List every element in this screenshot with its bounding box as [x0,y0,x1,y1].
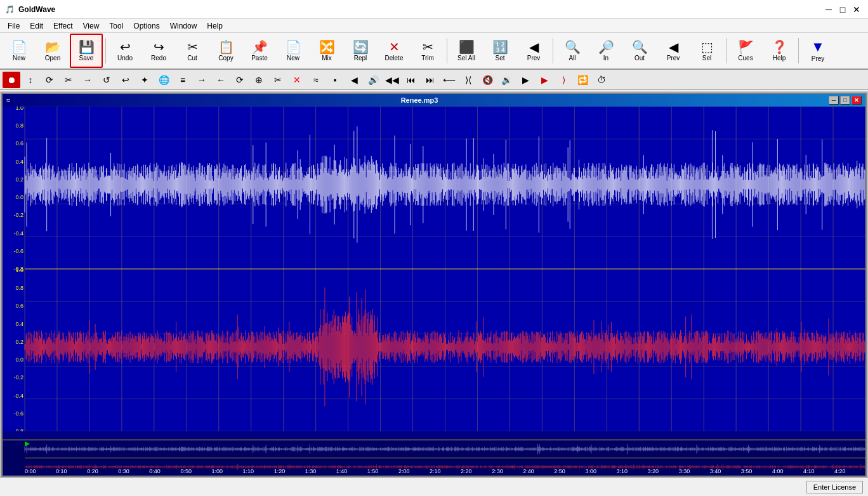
new2-button[interactable]: 📄 New [277,34,310,68]
copy-icon: 📋 [218,41,234,53]
set-button[interactable]: 🔢 Set [483,34,516,68]
tb2-btn20[interactable]: 🔊 [364,72,382,88]
audio-close-btn[interactable]: ✕ [852,96,862,105]
delete-icon: ✕ [389,41,400,53]
delete-label: Delete [385,55,404,62]
title-bar: 🎵 GoldWave ─ □ ✕ [0,0,868,19]
title-bar-left: 🎵 GoldWave [5,5,55,14]
tb2-btn10[interactable]: ≡ [174,72,192,88]
menu-window[interactable]: Window [165,20,202,32]
tb2-btn17[interactable]: ≈ [307,72,325,88]
overview-time-label: 1:20 [274,468,305,474]
trim-button[interactable]: ✂ Trim [411,34,444,68]
tb2-btn26[interactable]: 🔇 [478,72,496,88]
prey-icon: ▼ [811,40,825,54]
tb2-btn31[interactable]: 🔁 [574,72,591,88]
tb2-btn22[interactable]: ⏮ [402,72,420,88]
zoom-out-button[interactable]: 🔍 Out [623,34,656,68]
sel2-label: Sel [702,55,711,62]
prev2-button[interactable]: ◀ Prev [657,34,690,68]
tb2-btn8[interactable]: ✦ [136,72,154,88]
tb2-btn27[interactable]: 🔉 [497,72,515,88]
menu-view[interactable]: View [78,20,105,32]
menu-edit[interactable]: Edit [25,20,48,32]
repl-button[interactable]: 🔄 Repl [344,34,377,68]
overview-time-label: 3:50 [741,468,772,474]
save-icon: 💾 [79,41,95,53]
close-button[interactable]: ✕ [850,3,863,16]
tb2-btn24[interactable]: ⟵ [440,72,458,88]
tb2-btn2[interactable]: ↕ [22,72,39,88]
menu-bar: File Edit Effect View Tool Options Windo… [0,19,868,33]
tb2-btn29[interactable]: ▶ [536,72,553,88]
tb2-btn30[interactable]: ⟩ [555,72,572,88]
help-button[interactable]: ❓ Help [763,34,796,68]
cut-label: Cut [187,55,197,62]
tb2-btn3[interactable]: ⟳ [41,72,58,88]
tb2-btn13[interactable]: ⟳ [231,72,249,88]
tb2-btn18[interactable]: ▪ [326,72,344,88]
redo-icon: ↪ [154,41,164,53]
zoom-in-button[interactable]: 🔎 In [589,34,622,68]
tb2-btn23[interactable]: ⏭ [421,72,439,88]
prev-button[interactable]: ◀ Prev [517,34,550,68]
mix-label: Mix [322,55,332,62]
open-button[interactable]: 📂 Open [36,34,69,68]
menu-options[interactable]: Options [128,20,164,32]
enter-license-button[interactable]: Enter License [806,481,863,493]
tb2-btn6[interactable]: ↺ [98,72,115,88]
tb2-btn14[interactable]: ⊕ [250,72,268,88]
sel2-button[interactable]: ⬚ Sel [690,34,723,68]
undo-button[interactable]: ↩ Undo [109,34,141,68]
paste-icon: 📌 [252,41,268,53]
menu-effect[interactable]: Effect [48,20,77,32]
prev2-icon: ◀ [669,41,678,53]
open-label: Open [45,55,60,62]
prey-button[interactable]: ▼ Prey [801,34,834,68]
zoom-all-button[interactable]: 🔍 All [556,34,589,68]
undo-icon: ↩ [120,41,131,53]
new-label: New [13,55,25,62]
audio-title-bar: ≈ Renee.mp3 ─ □ ✕ [3,94,865,107]
tb2-record-btn[interactable]: ⏺ [3,72,20,88]
tb2-btn7[interactable]: ↩ [117,72,135,88]
menu-tool[interactable]: Tool [104,20,128,32]
secondary-toolbar: ⏺ ↕ ⟳ ✂ → ↺ ↩ ✦ 🌐 ≡ → ← ⟳ ⊕ ✂ ✕ ≈ ▪ ◀ 🔊 … [0,70,868,90]
tb2-btn19[interactable]: ◀ [345,72,363,88]
overview-time-label: 4:20 [834,468,865,474]
mix-button[interactable]: 🔀 Mix [310,34,343,68]
save-button[interactable]: 💾 Save [70,34,103,68]
waveform-canvas[interactable] [3,107,865,431]
redo-button[interactable]: ↪ Redo [142,34,175,68]
save-label: Save [79,55,94,62]
sel-all-button[interactable]: ⬛ Sel All [450,34,483,68]
tb2-btn5[interactable]: → [79,72,96,88]
paste-button[interactable]: 📌 Paste [243,34,276,68]
overview-time-label: 3:20 [648,468,679,474]
cut-button[interactable]: ✂ Cut [176,34,209,68]
menu-file[interactable]: File [3,20,25,32]
tb2-btn21[interactable]: ◀◀ [383,72,401,88]
tb2-btn16[interactable]: ✕ [288,72,306,88]
maximize-button[interactable]: □ [836,3,849,16]
overview-area[interactable]: 0:000:100:200:300:400:501:001:101:201:30… [3,439,865,476]
trim-label: Trim [421,55,434,62]
paste-label: Paste [251,55,268,62]
tb2-btn11[interactable]: → [193,72,211,88]
menu-help[interactable]: Help [202,20,228,32]
tb2-btn32[interactable]: ⏱ [593,72,610,88]
tb2-btn12[interactable]: ← [212,72,230,88]
audio-minimize-btn[interactable]: ─ [829,96,839,105]
tb2-btn4[interactable]: ✂ [60,72,77,88]
tb2-btn15[interactable]: ✂ [269,72,287,88]
cues-button[interactable]: 🚩 Cues [729,34,762,68]
delete-button[interactable]: ✕ Delete [378,34,411,68]
waveform-area[interactable] [3,107,865,431]
copy-button[interactable]: 📋 Copy [209,34,242,68]
tb2-btn28[interactable]: ▶ [516,72,534,88]
tb2-btn9[interactable]: 🌐 [155,72,173,88]
audio-restore-btn[interactable]: □ [840,96,850,105]
minimize-button[interactable]: ─ [822,3,835,16]
tb2-btn25[interactable]: ⟩⟨ [459,72,477,88]
new-button[interactable]: 📄 New [3,34,36,68]
